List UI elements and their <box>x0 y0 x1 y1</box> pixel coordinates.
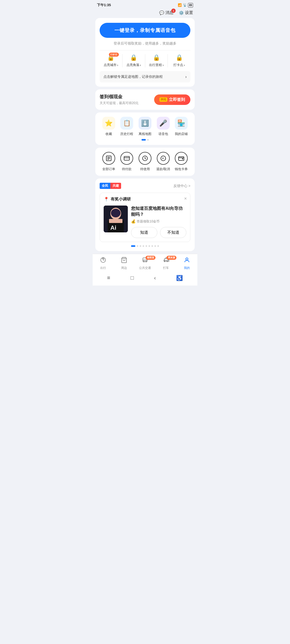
page-dot-7 <box>151 245 153 247</box>
feature-checkin[interactable]: 🔒 打卡点 › <box>168 54 190 67</box>
func-history[interactable]: 📋 历史行程 <box>118 117 136 136</box>
survey-reward: 💰 答题领取10金币 <box>131 219 186 224</box>
order-all[interactable]: 全部订单 <box>100 152 118 171</box>
offline-icon-wrap: ⬇️ <box>139 117 151 130</box>
nav-nearby[interactable]: 周边 <box>114 257 135 270</box>
history-icon-wrap: 📋 <box>120 117 133 130</box>
shop-label: 我的店铺 <box>175 132 188 136</box>
login-subtext: 登录后可领取奖励，使用越多，奖励越多 <box>100 41 190 46</box>
history-icon: 📋 <box>123 120 130 127</box>
all-orders-icon <box>102 152 115 165</box>
order-refund[interactable]: ¥ 退款/取消 <box>154 152 172 171</box>
nav-travel[interactable]: 出行 <box>93 257 114 270</box>
func-row-1: ⭐ 收藏 📋 历史行程 ⬇️ 离线地图 🎤 语音包 🏪 我的店铺 <box>100 117 190 136</box>
func-offline[interactable]: ⬇️ 离线地图 <box>136 117 154 136</box>
favorites-label: 收藏 <box>106 132 112 136</box>
accessibility-button[interactable]: ♿ <box>171 274 188 282</box>
pending-pay-label: 待付款 <box>122 167 132 171</box>
sign-info: 签到领现金 天天可提现，最高可得20元 <box>100 94 139 105</box>
know-button[interactable]: 知道 <box>131 227 157 238</box>
page-dot-2 <box>137 245 138 247</box>
survey-question: 您知道百度地图有AI向导功能吗？ <box>131 206 186 218</box>
feature-badge-city: 待解锁 <box>109 53 119 57</box>
taxi-label: 打车 <box>163 266 169 270</box>
survey-header: 全民 共建 反馈中心 > <box>100 183 190 189</box>
feature-label-checkin: 打卡点 › <box>173 63 185 67</box>
coin-icon: 💰 <box>131 219 136 224</box>
func-favorites[interactable]: ⭐ 收藏 <box>100 117 118 136</box>
func-shop[interactable]: 🏪 我的店铺 <box>172 117 190 136</box>
survey-right: 您知道百度地图有AI向导功能吗？ 💰 答题领取10金币 知道 不知道 <box>131 206 186 238</box>
feedback-link[interactable]: 反馈中心 > <box>173 184 190 188</box>
taxi-badge: 周末游 <box>166 256 176 260</box>
svg-text:Ai: Ai <box>110 224 116 231</box>
svg-point-20 <box>144 261 144 261</box>
dont-know-button[interactable]: 不知道 <box>160 227 186 238</box>
order-wallet[interactable]: 钱包卡券 <box>172 152 190 171</box>
func-voice[interactable]: 🎤 语音包 <box>154 117 172 136</box>
wallet-label: 钱包卡券 <box>175 167 188 171</box>
pending-pay-icon <box>120 152 133 165</box>
back-button[interactable]: ‹ <box>149 274 161 282</box>
page-dot-3 <box>140 245 141 247</box>
message-button[interactable]: 💬 消息 1 <box>159 10 173 15</box>
feature-mileage[interactable]: 🔒 出行里程 › <box>145 54 168 67</box>
home-button[interactable]: □ <box>125 274 139 282</box>
feature-corner[interactable]: 🔒 点亮角落 › <box>122 54 145 67</box>
survey-reward-text: 答题领取10金币 <box>137 219 160 224</box>
status-bar: 下午1:35 📶 📡 89 <box>93 0 197 9</box>
battery-indicator: 89 <box>188 3 193 8</box>
sign-coin-badge: 20元 <box>160 97 167 102</box>
close-button[interactable]: × <box>184 196 187 201</box>
sign-button[interactable]: 20元 立即签到 <box>154 94 190 105</box>
survey-title-row: 📍 有奖小调研 <box>104 197 186 202</box>
login-button[interactable]: 一键登录，录制专属语音包 <box>100 23 190 38</box>
pending-use-label: 待使用 <box>140 167 150 171</box>
signal-icon: 📶 <box>178 3 182 7</box>
dot-indicator-1 <box>100 139 190 141</box>
settings-button[interactable]: ⚙️ 设置 <box>179 10 193 15</box>
chevron-right-icon: › <box>185 75 187 79</box>
feature-label-city: 点亮城市 › <box>104 63 118 67</box>
survey-content: 📍 有奖小调研 × Ai 您知道百度地图有AI向导功能吗？ <box>100 193 190 242</box>
nearby-icon <box>121 257 127 265</box>
unlock-text: 点击解锁专属足迹地图，记录你的旅程 <box>103 74 163 79</box>
features-row: 待解锁 🔒 点亮城市 › 🔒 点亮角落 › 🔒 出行里程 › 🔒 打卡点 › <box>100 50 190 67</box>
message-badge: 1 <box>171 9 176 13</box>
history-label: 历史行程 <box>120 132 133 136</box>
sign-subtitle: 天天可提现，最高可得20元 <box>100 101 139 105</box>
message-icon: 💬 <box>159 10 164 15</box>
nav-taxi[interactable]: 周末游 打车 <box>155 257 176 270</box>
order-pending-use[interactable]: 待使用 <box>136 152 154 171</box>
mine-label: 我的 <box>184 266 190 270</box>
voice-label: 语音包 <box>158 132 168 136</box>
page-dots <box>100 245 190 247</box>
svg-point-21 <box>146 261 146 261</box>
nav-transit[interactable]: 领萌宠 公共交通 <box>135 257 155 270</box>
settings-label: 设置 <box>185 10 193 15</box>
svg-text:¥: ¥ <box>162 157 164 160</box>
shop-icon: 🏪 <box>177 119 185 127</box>
lock-icon-mileage: 🔒 <box>153 54 160 61</box>
survey-card: 全民 共建 反馈中心 > 📍 有奖小调研 × Ai <box>95 178 195 251</box>
feature-city[interactable]: 待解锁 🔒 点亮城市 › <box>100 54 122 67</box>
travel-label: 出行 <box>100 266 106 270</box>
page-dot-8 <box>154 245 156 247</box>
transit-badge: 领萌宠 <box>146 256 155 260</box>
page-dot-9 <box>157 245 159 247</box>
nearby-label: 周边 <box>121 266 127 270</box>
bottom-nav: 出行 周边 领萌宠 公共交通 周末游 <box>93 254 197 272</box>
dot-1 <box>142 139 146 141</box>
tag-quanmin: 全民 <box>100 183 110 189</box>
page-dot-6 <box>148 245 150 247</box>
menu-button[interactable]: ≡ <box>102 274 116 282</box>
page-dot-4 <box>143 245 144 247</box>
offline-label: 离线地图 <box>139 132 151 136</box>
voice-icon-wrap: 🎤 <box>157 117 170 130</box>
page-dot-5 <box>146 245 147 247</box>
order-pending-pay[interactable]: 待付款 <box>118 152 136 171</box>
nav-mine[interactable]: 我的 <box>176 257 197 270</box>
mine-icon <box>184 257 190 265</box>
sign-card: 签到领现金 天天可提现，最高可得20元 20元 立即签到 <box>95 89 195 110</box>
unlock-bar[interactable]: 点击解锁专属足迹地图，记录你的旅程 › <box>100 71 190 82</box>
